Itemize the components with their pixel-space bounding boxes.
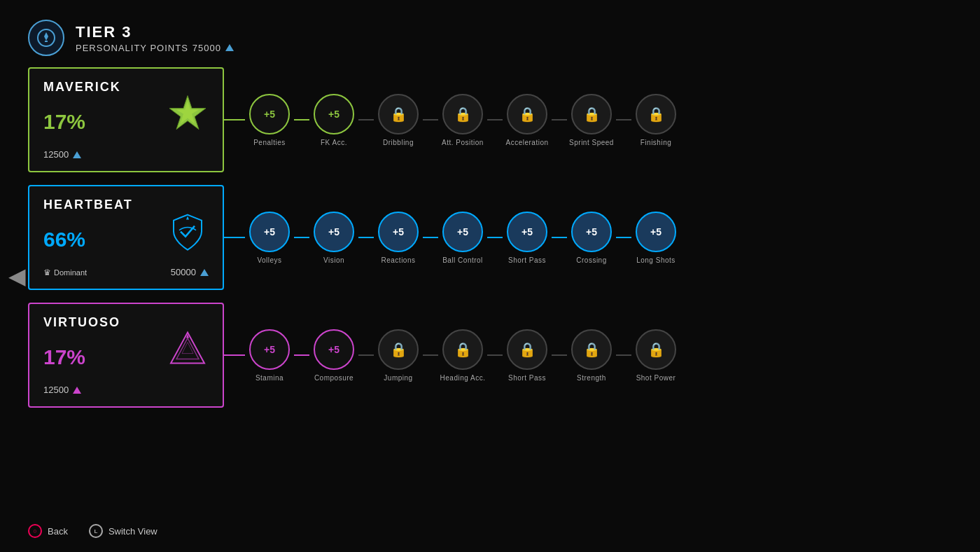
heartbeat-line-1 [294, 237, 309, 238]
maverick-node-2: 🔒 Dribbling [374, 94, 423, 146]
svg-marker-8 [182, 343, 193, 354]
maverick-points: 12500 [43, 149, 81, 160]
maverick-line-0 [224, 119, 245, 120]
svg-marker-5 [186, 216, 189, 220]
heartbeat-line-6 [616, 237, 631, 238]
maverick-node-3: 🔒 Att. Position [438, 94, 487, 146]
virtuoso-node-5: 🔒 Strength [567, 329, 616, 382]
tier-icon [28, 20, 64, 56]
heartbeat-node-5[interactable]: +5 Crossing [567, 212, 616, 264]
switch-view-label: Switch View [108, 526, 158, 537]
virtuoso-line-6 [616, 354, 631, 356]
maverick-bottom: 12500 [43, 149, 209, 160]
heartbeat-line-5 [552, 237, 567, 238]
maverick-line-5 [552, 119, 567, 120]
heartbeat-skill-chain: +5 Volleys +5 Vision +5 Reactions [224, 212, 952, 264]
heartbeat-points: 50000 [171, 267, 209, 277]
heartbeat-node-2[interactable]: +5 Reactions [374, 212, 423, 264]
heartbeat-line-4 [487, 237, 503, 238]
virtuoso-icon [167, 329, 209, 373]
maverick-line-6 [616, 119, 631, 120]
virtuoso-node-6: 🔒 Shot Power [631, 329, 680, 382]
virtuoso-node-1[interactable]: +5 Composure [309, 329, 358, 382]
switch-view-button[interactable]: L Switch View [89, 524, 158, 538]
heartbeat-tri [200, 269, 209, 276]
heartbeat-bottom: ♛ Dominant 50000 [43, 267, 209, 277]
virtuoso-node-0[interactable]: +5 Stamina [245, 329, 294, 382]
virtuoso-line-5 [552, 354, 567, 356]
virtuoso-line-3 [423, 354, 438, 356]
virtuoso-card[interactable]: VIRTUOSO 17% 12500 [28, 303, 224, 408]
virtuoso-line-4 [487, 354, 503, 356]
heartbeat-node-6[interactable]: +5 Long Shots [631, 212, 680, 264]
virtuoso-node-3: 🔒 Heading Acc. [438, 329, 487, 382]
tier-title: TIER 3 [76, 23, 234, 41]
svg-marker-1 [44, 32, 48, 41]
heartbeat-card[interactable]: HEARTBEAT 66% ♛ Dominant 50000 [28, 185, 224, 290]
maverick-node-4: 🔒 Acceleration [503, 94, 552, 146]
maverick-line-3 [423, 119, 438, 120]
maverick-line-2 [358, 119, 374, 120]
svg-marker-7 [176, 338, 199, 359]
back-button-icon: ○ [28, 524, 42, 538]
virtuoso-node-4: 🔒 Short Pass [503, 329, 552, 382]
personality-points: PERSONALITY POINTS 75000 [76, 43, 234, 53]
maverick-line-1 [294, 119, 309, 120]
footer: ○ Back L Switch View [28, 524, 158, 538]
maverick-line-4 [487, 119, 503, 120]
virtuoso-line-0 [224, 354, 245, 356]
maverick-tri [73, 151, 81, 158]
virtuoso-node-2: 🔒 Jumping [374, 329, 423, 382]
dominant-label: ♛ Dominant [43, 268, 87, 277]
maverick-skill-chain: +5 Penalties +5 FK Acc. 🔒 Dribbling [224, 94, 952, 146]
virtuoso-tri [73, 387, 81, 394]
heartbeat-line-2 [358, 237, 374, 238]
heartbeat-node-1[interactable]: +5 Vision [309, 212, 358, 264]
back-label: Back [48, 526, 68, 537]
maverick-node-0[interactable]: +5 Penalties [245, 94, 294, 146]
virtuoso-line-1 [294, 354, 309, 356]
maverick-icon [167, 93, 209, 138]
virtuoso-bottom: 12500 [43, 385, 209, 395]
switch-view-icon: L [89, 524, 103, 538]
heartbeat-node-3[interactable]: +5 Ball Control [438, 212, 487, 264]
virtuoso-skill-chain: +5 Stamina +5 Composure 🔒 Jumping [224, 329, 952, 382]
virtuoso-row: VIRTUOSO 17% 12500 [28, 303, 952, 408]
back-button[interactable]: ○ Back [28, 524, 68, 538]
heartbeat-icon [167, 211, 209, 256]
svg-rect-2 [45, 41, 48, 42]
maverick-node-6: 🔒 Finishing [631, 94, 680, 146]
heartbeat-node-4[interactable]: +5 Short Pass [503, 212, 552, 264]
maverick-card[interactable]: MAVERICK 17% 12500 [28, 67, 224, 172]
virtuoso-line-2 [358, 354, 374, 356]
maverick-node-1[interactable]: +5 FK Acc. [309, 94, 358, 146]
crown-icon: ♛ [43, 268, 51, 277]
heartbeat-row: HEARTBEAT 66% ♛ Dominant 50000 [28, 185, 952, 290]
header: TIER 3 PERSONALITY POINTS 75000 [0, 0, 980, 67]
maverick-row: MAVERICK 17% 12500 +5 [28, 67, 952, 172]
heartbeat-node-0[interactable]: +5 Volleys [245, 212, 294, 264]
heartbeat-line-3 [423, 237, 438, 238]
header-text: TIER 3 PERSONALITY POINTS 75000 [76, 23, 234, 53]
heartbeat-line-0 [224, 237, 245, 238]
maverick-node-5: 🔒 Sprint Speed [567, 94, 616, 146]
points-triangle-icon [225, 44, 234, 51]
main-content: MAVERICK 17% 12500 +5 [0, 67, 980, 408]
virtuoso-points: 12500 [43, 385, 81, 395]
